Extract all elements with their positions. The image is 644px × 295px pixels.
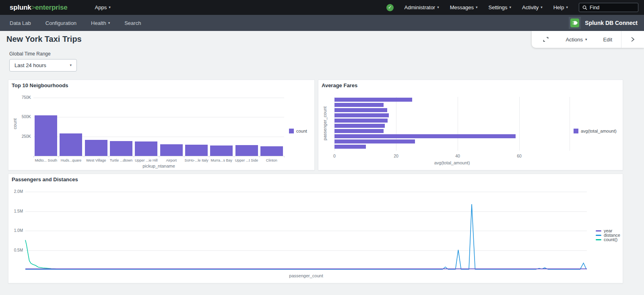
bar[interactable] (135, 141, 157, 156)
nav-item-health[interactable]: Health ▾ (91, 20, 110, 26)
x-tick-label: 40 (452, 154, 464, 158)
x-category-label: Upper ...t Side (234, 158, 259, 162)
legend-label: count (296, 129, 307, 133)
line-plot (25, 186, 587, 270)
collapse-panel-button[interactable] (621, 31, 644, 48)
configuration-label: Configuration (45, 20, 76, 26)
x-tick-label: 0 (328, 154, 341, 158)
bar[interactable] (334, 145, 366, 149)
legend-swatch (289, 129, 294, 133)
health-label: Health (91, 20, 106, 26)
check-icon: ✓ (388, 5, 392, 10)
bar[interactable] (260, 146, 283, 156)
bar[interactable] (110, 141, 132, 156)
chart-title: Passengers and Distances (12, 176, 78, 182)
bar[interactable] (210, 145, 233, 156)
bar[interactable] (60, 133, 82, 156)
find-input[interactable] (590, 5, 630, 10)
chart-title: Average Fares (322, 82, 357, 88)
bar[interactable] (334, 108, 387, 112)
x-category-label: Turtle ...dtown (109, 158, 134, 162)
x-category-label: Clinton (259, 158, 284, 162)
hbar-chart-fares: 0204060avg(total_amount)passenger_counta… (318, 80, 623, 170)
bar[interactable] (334, 113, 389, 117)
nav-item-search[interactable]: Search (124, 20, 141, 26)
series-distance[interactable] (25, 204, 587, 269)
chevron-down-icon: ▾ (108, 21, 110, 25)
bar[interactable] (235, 145, 258, 156)
gridline (33, 98, 284, 98)
x-category-label: Murra...s Bay (209, 158, 234, 162)
plug-icon (570, 18, 579, 27)
panel-average-fares: Average Fares 0204060avg(total_amount)pa… (318, 80, 623, 170)
x-tick-label: 20 (390, 154, 402, 158)
app-title: Splunk DB Connect (585, 20, 638, 26)
legend-item[interactable]: count() (596, 237, 617, 242)
y-axis-title: passenger_count (322, 91, 327, 156)
search-icon (582, 5, 587, 10)
chevron-down-icon: ▾ (541, 6, 543, 9)
chevron-right-icon (630, 37, 635, 42)
bar[interactable] (334, 124, 385, 128)
settings-label: Settings (489, 4, 508, 10)
find-search-box[interactable] (579, 3, 638, 12)
y-tick-label: 750K (15, 95, 31, 100)
messages-menu[interactable]: Messages ▾ (450, 4, 478, 10)
edit-button[interactable]: Edit (603, 37, 612, 43)
actions-button[interactable]: Actions ▾ (566, 37, 587, 43)
bar[interactable] (334, 98, 412, 102)
y-tick-label: 0.5M (9, 248, 23, 252)
settings-menu[interactable]: Settings ▾ (489, 4, 512, 10)
bar[interactable] (85, 140, 107, 156)
help-menu[interactable]: Help ▾ (553, 4, 568, 10)
splunk-logo[interactable]: splunk>enterprise (10, 4, 68, 12)
gridline (458, 97, 458, 151)
y-tick-label: 1.0M (9, 228, 23, 233)
bar[interactable] (334, 119, 388, 123)
x-tick-mark (184, 156, 184, 158)
x-tick-mark (259, 156, 260, 158)
time-range-label: Global Time Range (9, 51, 51, 57)
series-count[interactable] (25, 240, 183, 269)
nav-item-data-lab[interactable]: Data Lab (10, 20, 31, 26)
x-tick-mark (109, 156, 109, 158)
administrator-menu[interactable]: Administrator ▾ (405, 4, 439, 10)
x-tick-label: 60 (513, 154, 525, 158)
bar[interactable] (334, 103, 384, 107)
x-category-label: Huds...quare (58, 158, 83, 162)
chevron-down-icon: ▾ (509, 6, 511, 9)
legend-item[interactable]: count (289, 129, 307, 133)
x-category-label: West Village (84, 158, 109, 162)
bar[interactable] (185, 145, 208, 156)
app-nav-bar: Data Lab Configuration Health ▾ Search S… (0, 15, 644, 31)
y-axis-title: count (12, 92, 17, 156)
legend-swatch (596, 235, 601, 236)
bar[interactable] (35, 115, 57, 156)
fullscreen-button[interactable] (542, 36, 549, 43)
bar[interactable] (334, 134, 516, 138)
activity-menu[interactable]: Activity ▾ (522, 4, 543, 10)
x-category-label: SoHo-...le Italy (184, 158, 209, 162)
x-tick-mark (33, 156, 34, 158)
actions-label: Actions (566, 37, 583, 43)
x-tick-mark (209, 156, 209, 158)
panel-passengers-distances: Passengers and Distances 0.5M1.0M1.5M2.0… (8, 174, 623, 283)
chevron-down-icon: ▾ (476, 6, 478, 9)
messages-label: Messages (450, 4, 474, 10)
panel-top10-neighbourhoods: Top 10 Neigbourhoods 250K500K750KMidto..… (8, 80, 315, 170)
bar[interactable] (334, 139, 415, 143)
legend-label: count() (604, 237, 617, 242)
data-lab-label: Data Lab (10, 20, 31, 26)
chevron-down-icon: ▾ (109, 6, 111, 9)
nav-item-configuration[interactable]: Configuration (45, 20, 76, 26)
logo-brand: splunk (10, 4, 31, 11)
legend-item[interactable]: avg(total_amount) (574, 129, 617, 133)
apps-menu[interactable]: Apps ▾ (95, 4, 111, 10)
y-tick-label: 2.0M (9, 189, 23, 194)
x-category-label: Upper ...ie Hill (134, 158, 159, 162)
health-status-icon[interactable]: ✓ (386, 4, 394, 11)
bar[interactable] (160, 144, 183, 156)
bar[interactable] (334, 129, 384, 133)
x-tick-mark (284, 156, 285, 158)
time-range-dropdown[interactable]: Last 24 hours ▾ (9, 59, 77, 72)
